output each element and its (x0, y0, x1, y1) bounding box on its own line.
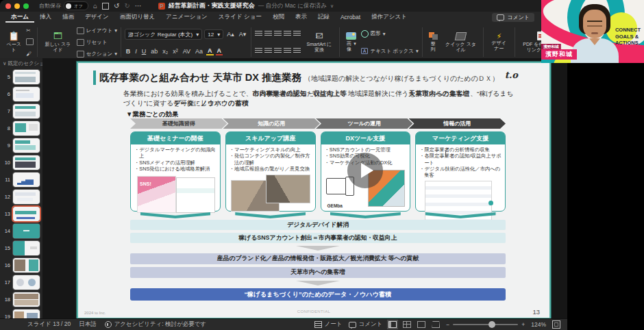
more-commands-icon[interactable]: ⋯ (135, 3, 142, 10)
zoom-level[interactable]: 124% (531, 321, 546, 328)
zoom-out-button[interactable]: − (446, 321, 449, 328)
insert-image-button[interactable]: 画像▾ (343, 25, 359, 60)
result-banner-2[interactable]: 稼げるSNSアカウント創出＝市内事業者の認知・収益向上 (130, 233, 506, 243)
section-button[interactable]: セクション▾ (77, 51, 117, 58)
align-center-icon[interactable] (264, 48, 272, 53)
align-right-icon[interactable] (274, 48, 282, 53)
format-button-Aa[interactable]: Aa (194, 48, 204, 55)
redo-icon[interactable]: ↻ (124, 3, 129, 10)
fit-slide-button[interactable] (552, 320, 560, 329)
format-button-x₂[interactable]: x₂ (161, 48, 169, 55)
tab-操作アシスト[interactable]: 操作アシスト (366, 12, 412, 23)
undo-icon[interactable]: ↺ (114, 3, 119, 10)
new-slide-button[interactable]: 🗔 新しい スライド (41, 25, 75, 60)
section-header[interactable]: ∨ 既定のセクション (0, 58, 42, 68)
service-column-2[interactable]: スキルアップ講座マーケティングスキルの向上発信コンテンツの内製化／制作方法の理解… (225, 131, 316, 212)
slide-thumbnail-14[interactable] (13, 224, 40, 238)
result-banner-5[interactable]: “稼げるまちづくり”のためのデータ・ノウハウ蓄積 (130, 288, 506, 301)
slide-canvas[interactable]: 既存事業のと組み合わせ 天草市 DX 推進業務 （地域課題の解決とつながり稼げる… (77, 62, 551, 319)
comments-button[interactable]: コメント (492, 13, 534, 22)
layout-button[interactable]: レイアウト▾ (77, 27, 117, 34)
shapes-button[interactable]: 図形▾ (361, 30, 419, 38)
tab-校閲[interactable]: 校閲 (267, 12, 290, 23)
tab-スライド ショー[interactable]: スライド ショー (213, 12, 267, 23)
slide-thumbnail-11[interactable] (13, 173, 40, 187)
tab-画面切り替え[interactable]: 画面切り替え (114, 12, 160, 23)
slideshow-button[interactable] (432, 321, 440, 328)
result-banner-4[interactable]: 天草市内への集客増 (130, 267, 506, 278)
indent-decrease-icon[interactable] (274, 31, 282, 36)
font-name-select[interactable]: 游ゴシック Regular (本文)▾ (125, 29, 203, 40)
tab-Acrobat[interactable]: Acrobat (335, 12, 366, 23)
phase-arrow-1[interactable]: 基礎知識習得 (130, 118, 227, 129)
align-left-icon[interactable] (255, 48, 262, 53)
slide-thumbnail-12[interactable] (13, 190, 40, 204)
reset-button[interactable]: リセット (77, 39, 117, 46)
slide-page-number[interactable]: 13 (532, 308, 540, 316)
zoom-in-button[interactable]: + (521, 321, 525, 328)
designer-button[interactable]: ⚡ デザイナー (486, 25, 511, 60)
service-column-1[interactable]: 基礎セミナーの開催デジタルマーケティングの知識向上SNSメディアの活用理解SNS… (130, 131, 221, 212)
copy-icon[interactable] (26, 38, 34, 45)
font-color-icon[interactable]: A (216, 47, 223, 55)
cut-icon[interactable]: ✂ (26, 27, 34, 34)
reading-view-button[interactable] (417, 321, 425, 328)
tab-表示[interactable]: 表示 (290, 12, 312, 23)
indent-increase-icon[interactable] (284, 31, 291, 36)
phase-arrow-2[interactable]: 知識の応用 (223, 118, 321, 129)
format-button-I[interactable]: I (134, 48, 138, 55)
text-direction-icon[interactable] (293, 48, 301, 53)
video-play-button[interactable] (347, 153, 383, 188)
normal-view-button[interactable] (388, 321, 397, 328)
slide-thumbnail-8[interactable] (13, 121, 40, 136)
arrange-button[interactable]: 整列 (426, 25, 441, 60)
save-icon[interactable] (102, 3, 109, 10)
quick-styles-button[interactable]: クイック スタイル (443, 25, 480, 60)
increase-font-icon[interactable]: A▴ (225, 31, 236, 38)
autosave-control[interactable]: 自動保存 オフ (39, 1, 88, 10)
slide-thumbnail-9[interactable] (13, 138, 40, 153)
autosave-toggle[interactable]: オフ (64, 1, 88, 10)
format-button-ab[interactable]: ab (149, 48, 159, 55)
slide-thumbnail-10[interactable] (13, 155, 40, 170)
justify-icon[interactable] (284, 48, 291, 53)
tab-デザイン[interactable]: デザイン (79, 12, 114, 23)
video-call-tile[interactable]: 濱野和城 濱野和城 CONNECT GOALS & ACTIONS. (541, 0, 644, 63)
smartart-convert-button[interactable]: 🗠 SmartArt に変換 (303, 25, 336, 60)
footer-copyright[interactable]: 2024 to Inc. (84, 310, 106, 315)
footer-confidential[interactable]: CONFIDENTIAL (137, 309, 491, 314)
title-chevron-icon[interactable]: ∨ (330, 3, 334, 9)
phase-arrow-4[interactable]: 情報の活用 (409, 118, 506, 129)
tab-挿入[interactable]: 挿入 (34, 12, 57, 23)
format-button-U[interactable]: U (140, 48, 148, 55)
slide-thumbnail-15[interactable] (13, 241, 40, 255)
slide-thumbnail-5[interactable] (13, 70, 40, 84)
fullscreen-window-button[interactable] (23, 3, 29, 9)
slide-thumbnail-17[interactable] (13, 275, 40, 290)
bullet-list-icon[interactable] (255, 31, 262, 36)
comments-toggle[interactable]: コメント (349, 320, 383, 329)
result-banner-1[interactable]: デジタルデバイド解消 (130, 220, 506, 230)
minimize-window-button[interactable] (14, 3, 20, 9)
slide-thumbnail-7[interactable] (13, 104, 40, 118)
result-banner-3[interactable]: 産品のブランド化／産品の情報発信・販路拡大／観光消費拡大 等への貢献 (130, 253, 506, 264)
font-size-select[interactable]: 12▾ (204, 29, 223, 39)
slide-title[interactable]: 既存事業のと組み合わせ 天草市 DX 推進業務 （地域課題の解決とつながり稼げる… (99, 71, 499, 84)
close-window-button[interactable] (5, 3, 11, 9)
highlight-color-icon[interactable]: A (206, 47, 214, 55)
line-spacing-icon[interactable] (293, 31, 301, 36)
format-button-B[interactable]: B (125, 48, 132, 55)
tab-ホーム[interactable]: ホーム (5, 12, 34, 23)
decrease-font-icon[interactable]: A▾ (238, 31, 248, 38)
slide-thumbnail-18[interactable] (13, 292, 40, 307)
phase-arrow-3[interactable]: ツールの運用 (316, 118, 413, 129)
tab-描画[interactable]: 描画 (57, 12, 79, 23)
slide-thumbnail-6[interactable] (13, 87, 40, 101)
slide-sorter-view-button[interactable] (403, 321, 411, 328)
format-painter-icon[interactable]: 🖌 (26, 51, 34, 57)
notes-toggle[interactable]: ノート (314, 320, 343, 329)
format-button-AV[interactable]: AV (182, 48, 192, 55)
slide-thumbnail-16[interactable] (13, 258, 40, 272)
slide-thumbnail-19[interactable] (13, 309, 40, 318)
paste-button[interactable]: 📋 ペースト (3, 25, 24, 60)
